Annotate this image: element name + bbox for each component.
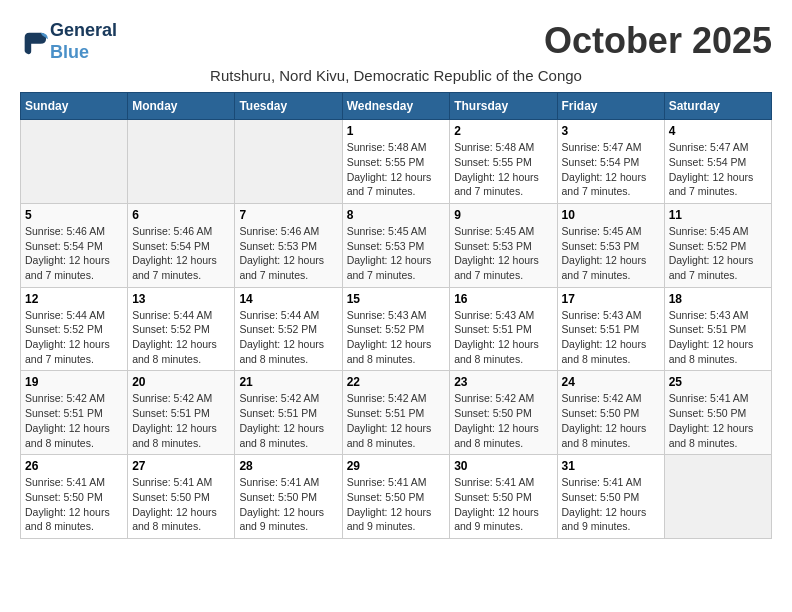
day-info: Sunrise: 5:48 AM Sunset: 5:55 PM Dayligh… — [454, 140, 552, 199]
logo-line2: Blue — [50, 42, 89, 62]
calendar-cell: 8Sunrise: 5:45 AM Sunset: 5:53 PM Daylig… — [342, 203, 450, 287]
day-number: 23 — [454, 375, 552, 389]
day-info: Sunrise: 5:47 AM Sunset: 5:54 PM Dayligh… — [669, 140, 767, 199]
day-number: 18 — [669, 292, 767, 306]
day-number: 11 — [669, 208, 767, 222]
day-info: Sunrise: 5:42 AM Sunset: 5:51 PM Dayligh… — [347, 391, 446, 450]
day-info: Sunrise: 5:41 AM Sunset: 5:50 PM Dayligh… — [132, 475, 230, 534]
day-number: 20 — [132, 375, 230, 389]
day-info: Sunrise: 5:44 AM Sunset: 5:52 PM Dayligh… — [132, 308, 230, 367]
day-number: 2 — [454, 124, 552, 138]
day-info: Sunrise: 5:41 AM Sunset: 5:50 PM Dayligh… — [239, 475, 337, 534]
header-tuesday: Tuesday — [235, 93, 342, 120]
day-number: 12 — [25, 292, 123, 306]
day-number: 14 — [239, 292, 337, 306]
month-title: October 2025 — [544, 20, 772, 62]
day-number: 7 — [239, 208, 337, 222]
day-info: Sunrise: 5:42 AM Sunset: 5:51 PM Dayligh… — [132, 391, 230, 450]
calendar-cell: 9Sunrise: 5:45 AM Sunset: 5:53 PM Daylig… — [450, 203, 557, 287]
day-info: Sunrise: 5:43 AM Sunset: 5:51 PM Dayligh… — [562, 308, 660, 367]
calendar-cell: 19Sunrise: 5:42 AM Sunset: 5:51 PM Dayli… — [21, 371, 128, 455]
day-number: 25 — [669, 375, 767, 389]
day-number: 30 — [454, 459, 552, 473]
day-info: Sunrise: 5:42 AM Sunset: 5:50 PM Dayligh… — [454, 391, 552, 450]
day-info: Sunrise: 5:48 AM Sunset: 5:55 PM Dayligh… — [347, 140, 446, 199]
day-info: Sunrise: 5:41 AM Sunset: 5:50 PM Dayligh… — [562, 475, 660, 534]
calendar-cell: 13Sunrise: 5:44 AM Sunset: 5:52 PM Dayli… — [128, 287, 235, 371]
calendar-cell: 4Sunrise: 5:47 AM Sunset: 5:54 PM Daylig… — [664, 120, 771, 204]
calendar-cell: 3Sunrise: 5:47 AM Sunset: 5:54 PM Daylig… — [557, 120, 664, 204]
day-info: Sunrise: 5:44 AM Sunset: 5:52 PM Dayligh… — [25, 308, 123, 367]
day-info: Sunrise: 5:47 AM Sunset: 5:54 PM Dayligh… — [562, 140, 660, 199]
calendar-cell: 26Sunrise: 5:41 AM Sunset: 5:50 PM Dayli… — [21, 455, 128, 539]
header-wednesday: Wednesday — [342, 93, 450, 120]
header-friday: Friday — [557, 93, 664, 120]
calendar-cell: 16Sunrise: 5:43 AM Sunset: 5:51 PM Dayli… — [450, 287, 557, 371]
calendar-cell — [235, 120, 342, 204]
header-thursday: Thursday — [450, 93, 557, 120]
day-info: Sunrise: 5:45 AM Sunset: 5:52 PM Dayligh… — [669, 224, 767, 283]
calendar-header-row: SundayMondayTuesdayWednesdayThursdayFrid… — [21, 93, 772, 120]
logo-text: General Blue — [50, 20, 117, 63]
calendar-cell: 23Sunrise: 5:42 AM Sunset: 5:50 PM Dayli… — [450, 371, 557, 455]
day-number: 17 — [562, 292, 660, 306]
calendar-cell: 15Sunrise: 5:43 AM Sunset: 5:52 PM Dayli… — [342, 287, 450, 371]
calendar-cell: 21Sunrise: 5:42 AM Sunset: 5:51 PM Dayli… — [235, 371, 342, 455]
calendar-cell: 17Sunrise: 5:43 AM Sunset: 5:51 PM Dayli… — [557, 287, 664, 371]
calendar-cell: 2Sunrise: 5:48 AM Sunset: 5:55 PM Daylig… — [450, 120, 557, 204]
day-number: 8 — [347, 208, 446, 222]
calendar-week-3: 12Sunrise: 5:44 AM Sunset: 5:52 PM Dayli… — [21, 287, 772, 371]
calendar-cell: 20Sunrise: 5:42 AM Sunset: 5:51 PM Dayli… — [128, 371, 235, 455]
calendar-cell: 10Sunrise: 5:45 AM Sunset: 5:53 PM Dayli… — [557, 203, 664, 287]
calendar-cell: 29Sunrise: 5:41 AM Sunset: 5:50 PM Dayli… — [342, 455, 450, 539]
calendar-cell: 22Sunrise: 5:42 AM Sunset: 5:51 PM Dayli… — [342, 371, 450, 455]
calendar-week-5: 26Sunrise: 5:41 AM Sunset: 5:50 PM Dayli… — [21, 455, 772, 539]
calendar-cell: 1Sunrise: 5:48 AM Sunset: 5:55 PM Daylig… — [342, 120, 450, 204]
calendar-cell: 27Sunrise: 5:41 AM Sunset: 5:50 PM Dayli… — [128, 455, 235, 539]
day-info: Sunrise: 5:46 AM Sunset: 5:54 PM Dayligh… — [132, 224, 230, 283]
day-info: Sunrise: 5:43 AM Sunset: 5:51 PM Dayligh… — [454, 308, 552, 367]
day-info: Sunrise: 5:43 AM Sunset: 5:52 PM Dayligh… — [347, 308, 446, 367]
calendar-cell: 18Sunrise: 5:43 AM Sunset: 5:51 PM Dayli… — [664, 287, 771, 371]
calendar-cell: 14Sunrise: 5:44 AM Sunset: 5:52 PM Dayli… — [235, 287, 342, 371]
day-info: Sunrise: 5:46 AM Sunset: 5:54 PM Dayligh… — [25, 224, 123, 283]
header-saturday: Saturday — [664, 93, 771, 120]
calendar-cell — [21, 120, 128, 204]
calendar-subtitle: Rutshuru, Nord Kivu, Democratic Republic… — [20, 67, 772, 84]
logo-line1: General — [50, 20, 117, 42]
day-number: 15 — [347, 292, 446, 306]
calendar-week-1: 1Sunrise: 5:48 AM Sunset: 5:55 PM Daylig… — [21, 120, 772, 204]
day-number: 29 — [347, 459, 446, 473]
calendar-cell: 28Sunrise: 5:41 AM Sunset: 5:50 PM Dayli… — [235, 455, 342, 539]
day-info: Sunrise: 5:44 AM Sunset: 5:52 PM Dayligh… — [239, 308, 337, 367]
day-number: 3 — [562, 124, 660, 138]
day-number: 21 — [239, 375, 337, 389]
day-info: Sunrise: 5:45 AM Sunset: 5:53 PM Dayligh… — [562, 224, 660, 283]
day-number: 6 — [132, 208, 230, 222]
day-number: 9 — [454, 208, 552, 222]
calendar-cell: 11Sunrise: 5:45 AM Sunset: 5:52 PM Dayli… — [664, 203, 771, 287]
calendar-cell: 6Sunrise: 5:46 AM Sunset: 5:54 PM Daylig… — [128, 203, 235, 287]
day-info: Sunrise: 5:43 AM Sunset: 5:51 PM Dayligh… — [669, 308, 767, 367]
day-info: Sunrise: 5:45 AM Sunset: 5:53 PM Dayligh… — [454, 224, 552, 283]
day-number: 22 — [347, 375, 446, 389]
calendar-cell: 7Sunrise: 5:46 AM Sunset: 5:53 PM Daylig… — [235, 203, 342, 287]
day-number: 28 — [239, 459, 337, 473]
calendar-cell: 30Sunrise: 5:41 AM Sunset: 5:50 PM Dayli… — [450, 455, 557, 539]
day-number: 31 — [562, 459, 660, 473]
logo: General Blue — [20, 20, 117, 63]
day-number: 1 — [347, 124, 446, 138]
calendar-cell: 31Sunrise: 5:41 AM Sunset: 5:50 PM Dayli… — [557, 455, 664, 539]
page-header: General Blue October 2025 — [20, 20, 772, 63]
calendar-cell: 25Sunrise: 5:41 AM Sunset: 5:50 PM Dayli… — [664, 371, 771, 455]
day-info: Sunrise: 5:45 AM Sunset: 5:53 PM Dayligh… — [347, 224, 446, 283]
calendar-week-4: 19Sunrise: 5:42 AM Sunset: 5:51 PM Dayli… — [21, 371, 772, 455]
day-number: 13 — [132, 292, 230, 306]
day-info: Sunrise: 5:46 AM Sunset: 5:53 PM Dayligh… — [239, 224, 337, 283]
day-number: 16 — [454, 292, 552, 306]
day-info: Sunrise: 5:41 AM Sunset: 5:50 PM Dayligh… — [454, 475, 552, 534]
calendar-cell — [128, 120, 235, 204]
day-info: Sunrise: 5:42 AM Sunset: 5:51 PM Dayligh… — [239, 391, 337, 450]
calendar-week-2: 5Sunrise: 5:46 AM Sunset: 5:54 PM Daylig… — [21, 203, 772, 287]
day-info: Sunrise: 5:42 AM Sunset: 5:51 PM Dayligh… — [25, 391, 123, 450]
